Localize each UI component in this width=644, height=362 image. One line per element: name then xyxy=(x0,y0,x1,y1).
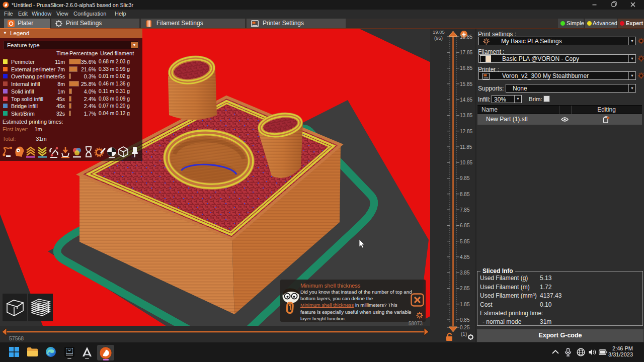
svg-text:5.85: 5.85 xyxy=(460,239,470,244)
svg-text:8.85: 8.85 xyxy=(460,192,470,197)
svg-text:13.85: 13.85 xyxy=(460,113,472,118)
svg-text:0.25: 0.25 xyxy=(460,325,470,330)
svg-text:17.85: 17.85 xyxy=(460,50,472,55)
svg-text:3.85: 3.85 xyxy=(460,270,470,276)
svg-text:1.85: 1.85 xyxy=(460,302,470,307)
svg-text:10.85: 10.85 xyxy=(460,160,472,165)
svg-text:9.85: 9.85 xyxy=(460,175,470,181)
svg-text:16.85: 16.85 xyxy=(460,65,472,71)
svg-text:2.85: 2.85 xyxy=(460,286,470,291)
svg-text:14.85: 14.85 xyxy=(460,97,472,103)
svg-text:18.85: 18.85 xyxy=(460,34,472,40)
svg-text:(1): (1) xyxy=(461,331,467,337)
svg-text:11.85: 11.85 xyxy=(460,144,472,150)
svg-text:0.85: 0.85 xyxy=(460,317,470,323)
svg-text:19.05: 19.05 xyxy=(433,29,445,35)
svg-text:6.85: 6.85 xyxy=(460,223,470,228)
svg-text:12.85: 12.85 xyxy=(460,129,472,134)
svg-text:7.85: 7.85 xyxy=(460,207,470,213)
svg-text:57568: 57568 xyxy=(9,335,24,341)
svg-text:(95): (95) xyxy=(434,35,443,41)
svg-text:4.85: 4.85 xyxy=(460,254,470,260)
svg-text:15.85: 15.85 xyxy=(460,81,472,87)
